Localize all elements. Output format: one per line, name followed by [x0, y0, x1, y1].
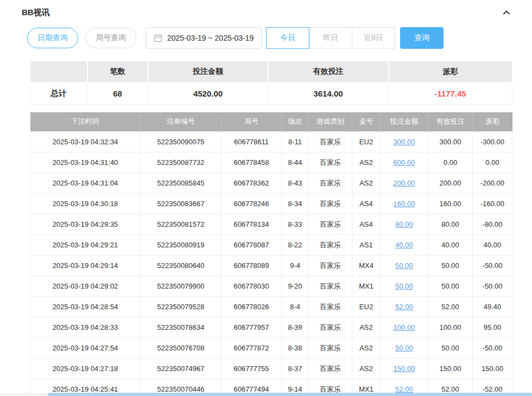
cell-session: 8-4: [282, 297, 309, 317]
cell-bet: 200.00: [381, 173, 428, 194]
yesterday-button[interactable]: 昨日: [309, 27, 352, 49]
quick-range-group: 今日 昨日 近8日: [267, 27, 395, 49]
summary-total-valid-bet: 3614.00: [268, 82, 389, 104]
cell-game: 百家乐: [309, 338, 352, 359]
bet-amount-link[interactable]: 52.00: [395, 303, 413, 311]
cell-game: 百家乐: [309, 194, 352, 214]
summary-total-count: 68: [87, 82, 148, 104]
table-row: 2025-03-19 04:28:33522350078634606777957…: [30, 317, 512, 338]
cell-game: 百家乐: [309, 235, 352, 256]
cell-bet: 52.00: [381, 297, 428, 317]
bet-amount-link[interactable]: 300.00: [394, 138, 415, 146]
search-button[interactable]: 查询: [400, 27, 444, 49]
table-row: 2025-03-19 04:31:04522350085845606778362…: [30, 173, 512, 194]
column-header-session: 场次: [282, 112, 309, 132]
cell-table_no: AS2: [352, 317, 381, 338]
bet-amount-link[interactable]: 160.00: [394, 200, 415, 208]
cell-time: 2025-03-19 04:27:18: [30, 359, 141, 379]
cell-table_no: EU2: [352, 132, 381, 152]
cell-table_no: MX4: [352, 256, 381, 276]
table-row: 2025-03-19 04:30:18522350083667606778246…: [30, 194, 512, 214]
last-8-days-button[interactable]: 近8日: [352, 27, 395, 49]
cell-session: 8-11: [282, 132, 309, 152]
cell-session: 8-37: [282, 359, 309, 379]
panel-title: BB视讯: [22, 8, 50, 18]
cell-valid: 80.00: [428, 214, 473, 235]
horizontal-scrollbar-thumb[interactable]: [48, 393, 532, 396]
bet-amount-link[interactable]: 600.00: [394, 158, 415, 167]
summary-table: 笔数 投注金额 有效投注 派彩 总计 68 4520.00 3614.00 -1…: [30, 60, 513, 105]
filter-bar: 日期查询 局号查询 2025-03-19 ~ 2025-03-19 今日 昨日 …: [27, 27, 512, 49]
cell-bet_id: 522350081572: [141, 214, 221, 235]
bet-amount-link[interactable]: 200.00: [394, 179, 415, 187]
horizontal-scrollbar[interactable]: [0, 393, 532, 396]
cell-time: 2025-03-19 04:29:35: [30, 214, 141, 235]
panel-header: BB视讯: [22, 0, 512, 18]
cell-session: 8-43: [282, 173, 309, 194]
cell-valid: 160.00: [428, 194, 473, 214]
cell-valid: 40.00: [428, 235, 473, 256]
bet-amount-link[interactable]: 100.00: [394, 323, 415, 331]
cell-table_no: AS1: [352, 235, 381, 256]
cell-game: 百家乐: [309, 359, 352, 379]
cell-table_no: AS2: [352, 338, 381, 359]
cell-bet: 80.00: [381, 214, 428, 235]
bet-amount-link[interactable]: 50.00: [395, 282, 413, 290]
summary-header-row: 笔数 投注金额 有效投注 派彩: [30, 61, 512, 82]
summary-total-row: 总计 68 4520.00 3614.00 -1177.45: [30, 82, 512, 104]
table-row: 2025-03-19 04:28:54522350079528606778026…: [30, 297, 512, 317]
cell-time: 2025-03-19 04:27:54: [30, 338, 141, 359]
cell-table_no: EU2: [352, 297, 381, 317]
cell-round: 606777872: [221, 338, 282, 359]
bet-amount-link[interactable]: 50.00: [395, 344, 413, 352]
collapse-button[interactable]: [501, 7, 512, 18]
cell-bet: 50.00: [381, 256, 428, 276]
bet-amount-link[interactable]: 50.00: [395, 261, 413, 270]
bet-table-tbody: 2025-03-19 04:32:34522350090075606778611…: [30, 132, 512, 396]
cell-round: 606778026: [221, 297, 282, 317]
summary-header-blank: [30, 61, 87, 82]
cell-time: 2025-03-19 04:32:34: [30, 132, 141, 152]
cell-bet_id: 522350085845: [141, 173, 221, 194]
cell-valid: 200.00: [428, 173, 473, 194]
cell-bet_id: 522350074967: [141, 359, 221, 379]
cell-payout: 40.00: [473, 235, 512, 256]
bet-amount-link[interactable]: 52.00: [395, 385, 413, 393]
column-header-bet: 投注金额: [381, 112, 428, 132]
date-range-picker[interactable]: 2025-03-19 ~ 2025-03-19: [145, 27, 262, 49]
round-query-tab[interactable]: 局号查询: [85, 28, 136, 48]
cell-bet_id: 522350079900: [141, 276, 221, 297]
cell-session: 9-20: [282, 276, 309, 297]
cell-table_no: AS2: [352, 152, 381, 173]
cell-round: 606777755: [221, 359, 282, 379]
column-header-game: 游戏类别: [309, 112, 352, 132]
cell-session: 8-34: [282, 194, 309, 214]
cell-bet_id: 522350076708: [141, 338, 221, 359]
cell-bet: 50.00: [381, 276, 428, 297]
bet-amount-link[interactable]: 40.00: [395, 241, 413, 249]
cell-bet: 50.00: [381, 338, 428, 359]
table-row: 2025-03-19 04:29:02522350079900606778030…: [30, 276, 512, 297]
cell-valid: 52.00: [428, 297, 473, 317]
column-header-round: 局号: [221, 112, 282, 132]
date-query-tab[interactable]: 日期查询: [27, 28, 78, 48]
cell-table_no: AS2: [352, 359, 381, 379]
cell-payout: -300.00: [473, 132, 512, 152]
cell-game: 百家乐: [309, 256, 352, 276]
date-range-value: 2025-03-19 ~ 2025-03-19: [167, 34, 254, 42]
cell-round: 606778134: [221, 214, 282, 235]
cell-time: 2025-03-19 04:31:40: [30, 152, 141, 173]
chevron-up-icon: [502, 10, 511, 18]
today-button[interactable]: 今日: [266, 27, 309, 49]
column-header-table_no: 桌号: [352, 112, 381, 132]
cell-bet_id: 522350083667: [141, 194, 221, 214]
cell-bet_id: 522350078634: [141, 317, 221, 338]
cell-game: 百家乐: [309, 317, 352, 338]
cell-time: 2025-03-19 04:29:21: [30, 235, 141, 256]
column-header-bet_id: 注单编号: [141, 112, 221, 132]
bet-amount-link[interactable]: 80.00: [395, 220, 413, 228]
bet-records-table: 下注时间注单编号局号场次游戏类别桌号投注金额有效投注派彩 2025-03-19 …: [30, 112, 512, 396]
bet-amount-link[interactable]: 150.00: [394, 365, 415, 373]
cell-bet_id: 522350090075: [141, 132, 221, 152]
table-row: 2025-03-19 04:29:21522350080919606778087…: [30, 235, 512, 256]
